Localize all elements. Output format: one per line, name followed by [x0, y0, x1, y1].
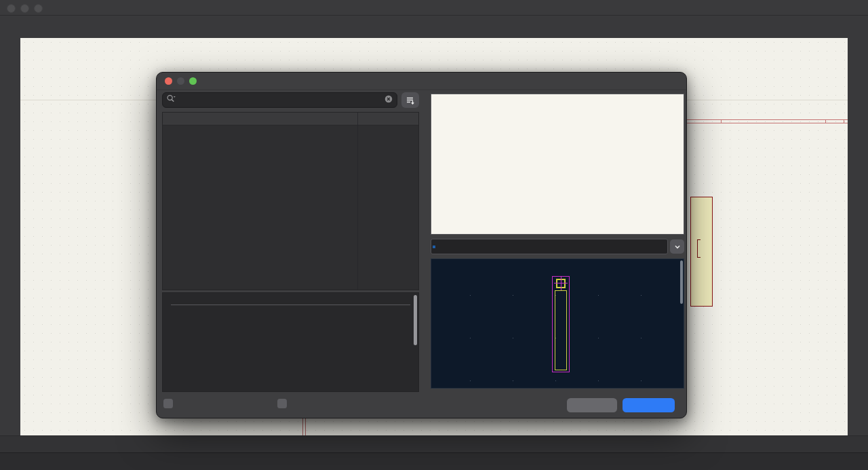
window-titlebar [0, 0, 868, 16]
column-divider[interactable] [357, 113, 358, 290]
symbol-preview [431, 94, 684, 235]
main-toolbar [0, 16, 868, 39]
list-rows [163, 125, 418, 290]
footprint-origin-cross [561, 277, 561, 290]
footprint-dropdown-button[interactable] [670, 239, 684, 254]
checkbox-checked[interactable] [277, 399, 287, 408]
details-divider [171, 305, 410, 305]
cancel-button[interactable] [567, 398, 617, 412]
symbol-pins [690, 197, 738, 307]
choose-symbol-dialog [156, 72, 687, 418]
dialog-title [157, 73, 686, 90]
footprint-preview [431, 258, 684, 389]
place-repeated-copies-checkbox[interactable] [163, 399, 178, 408]
dialog-titlebar[interactable] [157, 73, 686, 90]
kicad-window [0, 0, 868, 470]
clear-search-icon[interactable] [384, 94, 393, 106]
checkbox-unchecked[interactable] [163, 399, 173, 408]
footprint-preview-scrollbar[interactable] [680, 260, 683, 304]
footprint-outline [555, 290, 567, 370]
left-toolbar [0, 38, 21, 436]
window-title [0, 0, 868, 15]
bottom-spacer [0, 435, 868, 453]
footprint-select-value[interactable] [433, 246, 435, 248]
symbol-search-field[interactable] [162, 92, 397, 108]
symbol-details-panel [162, 292, 419, 392]
symbol-list [162, 112, 419, 290]
sheet-border-tick [844, 119, 844, 123]
footprint-select[interactable] [431, 239, 668, 254]
sheet-border-tick [825, 119, 826, 123]
search-icon [166, 94, 176, 106]
toggle-details-button[interactable] [401, 92, 419, 108]
place-all-units-checkbox[interactable] [277, 399, 292, 408]
ok-button[interactable] [623, 398, 675, 412]
sheet-border-tick [721, 119, 722, 123]
right-toolbar [847, 38, 868, 436]
status-bar [0, 452, 868, 470]
list-header [163, 113, 418, 125]
details-scrollbar[interactable] [414, 295, 417, 345]
